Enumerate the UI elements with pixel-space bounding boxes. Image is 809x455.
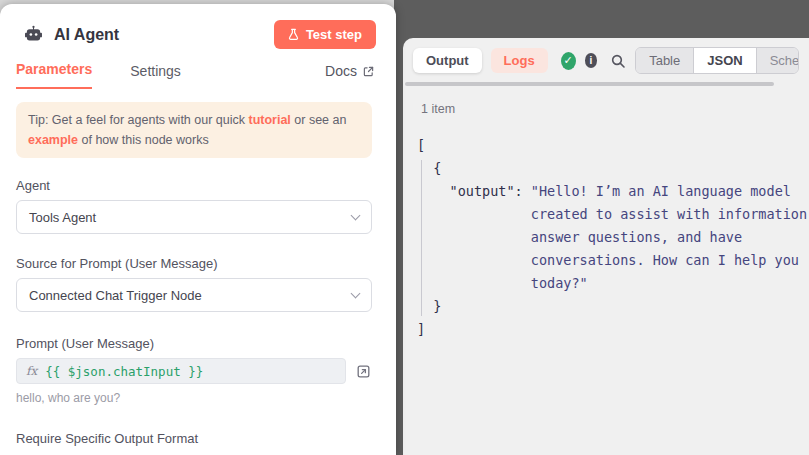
docs-label: Docs bbox=[325, 63, 357, 79]
items-count: 1 item bbox=[421, 102, 809, 116]
horizontal-scrollbar[interactable] bbox=[405, 82, 774, 86]
json-line: "output": "Hello! I’m an AI language mod… bbox=[417, 180, 809, 203]
tip-banner: Tip: Get a feel for agents with our quic… bbox=[16, 102, 372, 158]
output-toolbar: Output Logs ✓ i Table JSON Schema bbox=[403, 38, 809, 74]
agent-label: Agent bbox=[16, 178, 372, 193]
indent-guide bbox=[421, 160, 422, 316]
json-key: "output": bbox=[417, 183, 531, 199]
open-expression-editor-button[interactable] bbox=[354, 362, 372, 380]
json-output-viewer: [ { "output": "Hello! I’m an AI language… bbox=[417, 134, 809, 341]
tab-logs[interactable]: Logs bbox=[491, 48, 548, 73]
prompt-source-value: Connected Chat Trigger Node bbox=[29, 288, 202, 303]
require-format-label: Require Specific Output Format bbox=[16, 431, 372, 446]
view-tab-json[interactable]: JSON bbox=[693, 48, 756, 73]
node-title: AI Agent bbox=[54, 26, 119, 44]
json-line: { bbox=[417, 157, 809, 180]
external-link-icon bbox=[363, 66, 374, 77]
tab-settings[interactable]: Settings bbox=[130, 63, 181, 89]
view-tab-schema[interactable]: Schema bbox=[757, 48, 799, 73]
expression-preview: hello, who are you? bbox=[16, 391, 372, 405]
output-panel: Output Logs ✓ i Table JSON Schema 1 item… bbox=[403, 38, 809, 455]
chevron-down-icon bbox=[351, 288, 361, 298]
docs-link[interactable]: Docs bbox=[325, 63, 374, 89]
prompt-source-label: Source for Prompt (User Message) bbox=[16, 256, 372, 271]
view-tab-table[interactable]: Table bbox=[636, 48, 693, 73]
node-settings-panel: AI Agent Test step Parameters Settings D… bbox=[0, 4, 396, 455]
view-mode-switcher: Table JSON Schema bbox=[635, 47, 799, 74]
json-string: created to assist with information, bbox=[417, 203, 809, 226]
json-string: conversations. How can I help you bbox=[417, 249, 809, 272]
prompt-source-select[interactable]: Connected Chat Trigger Node bbox=[16, 278, 372, 312]
json-line: } bbox=[417, 295, 809, 318]
test-step-label: Test step bbox=[306, 27, 362, 42]
chevron-down-icon bbox=[351, 210, 361, 220]
json-string: "Hello! I’m an AI language model bbox=[531, 183, 791, 199]
json-line: ] bbox=[417, 318, 809, 341]
example-link[interactable]: example bbox=[28, 133, 78, 147]
json-line: [ bbox=[417, 134, 809, 157]
tutorial-link[interactable]: tutorial bbox=[248, 113, 290, 127]
agent-select-value: Tools Agent bbox=[29, 210, 96, 225]
test-step-button[interactable]: Test step bbox=[274, 20, 376, 49]
info-icon: i bbox=[585, 53, 598, 68]
panel-header: AI Agent Test step bbox=[0, 4, 396, 49]
json-string: today?" bbox=[417, 272, 809, 295]
fx-prefix: fx bbox=[17, 364, 45, 378]
expand-icon bbox=[356, 364, 371, 379]
tab-output[interactable]: Output bbox=[413, 48, 482, 73]
ai-agent-node-icon bbox=[22, 24, 44, 46]
agent-select[interactable]: Tools Agent bbox=[16, 200, 372, 234]
tab-parameters[interactable]: Parameters bbox=[16, 61, 92, 89]
prompt-label: Prompt (User Message) bbox=[16, 336, 372, 351]
json-string: answer questions, and have bbox=[417, 226, 809, 249]
success-check-icon: ✓ bbox=[561, 52, 576, 70]
expression-text: {{ $json.chatInput }} bbox=[45, 364, 203, 379]
tip-text: Tip: Get a feel for agents with our quic… bbox=[28, 113, 248, 127]
panel-tabs: Parameters Settings Docs bbox=[0, 61, 396, 89]
flask-icon bbox=[288, 28, 299, 41]
search-icon[interactable] bbox=[610, 53, 626, 69]
prompt-expression-input[interactable]: fx {{ $json.chatInput }} bbox=[16, 358, 346, 384]
parameters-form: Agent Tools Agent Source for Prompt (Use… bbox=[0, 178, 396, 455]
